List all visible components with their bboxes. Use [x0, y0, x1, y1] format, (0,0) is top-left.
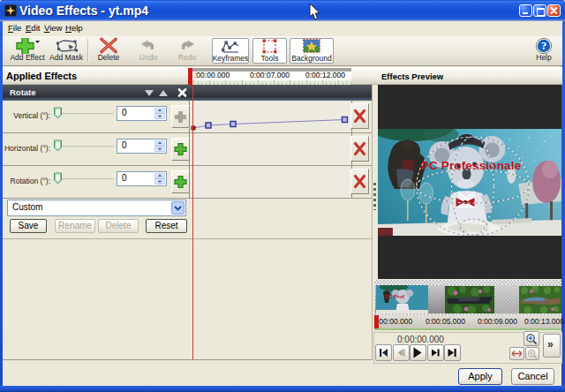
svg-text:PC Professionale: PC Professionale: [421, 159, 522, 172]
svg-text:?: ?: [541, 40, 546, 52]
svg-text:PC Prof: PC Prof: [385, 294, 405, 299]
